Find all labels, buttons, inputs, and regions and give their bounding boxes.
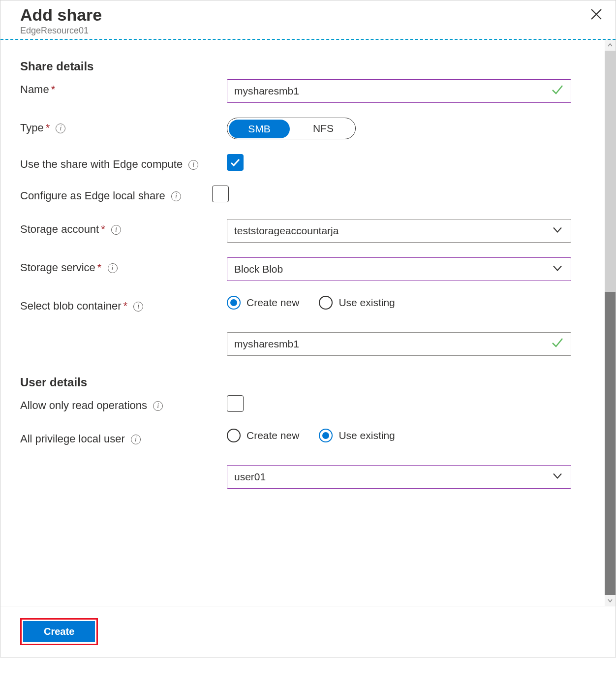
- info-icon[interactable]: i: [111, 225, 121, 235]
- resource-name: EdgeResource01: [20, 26, 596, 36]
- edge-compute-label: Use the share with Edge compute i: [20, 154, 227, 171]
- info-icon[interactable]: i: [108, 263, 118, 273]
- name-label: Name*: [20, 79, 227, 96]
- blob-container-radio-group: Create new Use existing: [227, 296, 571, 310]
- scrollbar[interactable]: [605, 40, 616, 606]
- edge-local-checkbox[interactable]: [212, 186, 229, 202]
- blob-container-name-input[interactable]: [227, 332, 571, 356]
- read-only-checkbox[interactable]: [227, 395, 244, 412]
- name-input[interactable]: [227, 79, 571, 103]
- storage-account-value: teststorageaccountarja: [234, 225, 339, 237]
- edge-local-label: Configure as Edge local share i: [20, 186, 227, 202]
- local-user-label: All privilege local user i: [20, 429, 227, 445]
- required-asterisk: *: [123, 300, 127, 312]
- chevron-down-icon: [552, 263, 563, 276]
- required-asterisk: *: [97, 261, 102, 274]
- radio-label: Use existing: [339, 430, 395, 441]
- storage-service-value: Block Blob: [234, 263, 283, 275]
- required-asterisk: *: [46, 122, 50, 134]
- local-user-create-new[interactable]: Create new: [227, 429, 299, 442]
- storage-service-label: Storage service* i: [20, 257, 227, 274]
- blob-container-label: Select blob container* i: [20, 296, 227, 313]
- required-asterisk: *: [101, 223, 105, 235]
- scrollbar-thumb[interactable]: [605, 292, 616, 595]
- blob-container-create-new[interactable]: Create new: [227, 296, 299, 310]
- scroll-up-icon[interactable]: [605, 40, 616, 51]
- local-user-dropdown[interactable]: user01: [227, 465, 571, 489]
- edge-compute-checkbox[interactable]: [227, 154, 244, 171]
- type-option-nfs[interactable]: NFS: [291, 118, 355, 139]
- info-icon[interactable]: i: [131, 435, 141, 444]
- check-icon: [551, 83, 564, 99]
- local-user-use-existing[interactable]: Use existing: [319, 429, 395, 442]
- type-option-smb[interactable]: SMB: [229, 120, 290, 138]
- info-icon[interactable]: i: [56, 124, 65, 133]
- chevron-down-icon: [552, 224, 563, 238]
- blob-container-use-existing[interactable]: Use existing: [319, 296, 395, 310]
- user-details-heading: User details: [20, 375, 586, 389]
- chevron-down-icon: [552, 470, 563, 484]
- add-share-panel: Add share EdgeResource01 Share details N…: [0, 0, 616, 657]
- scroll-down-icon[interactable]: [605, 595, 616, 606]
- scrollbar-track-upper[interactable]: [605, 51, 616, 292]
- share-details-heading: Share details: [20, 60, 586, 73]
- info-icon[interactable]: i: [133, 302, 143, 312]
- type-toggle[interactable]: SMB NFS: [227, 118, 356, 139]
- close-icon[interactable]: [590, 7, 603, 23]
- info-icon[interactable]: i: [171, 191, 181, 201]
- type-label: Type* i: [20, 118, 227, 134]
- required-asterisk: *: [51, 83, 56, 95]
- local-user-radio-group: Create new Use existing: [227, 429, 571, 442]
- storage-service-dropdown[interactable]: Block Blob: [227, 257, 571, 281]
- radio-label: Use existing: [339, 297, 395, 309]
- panel-header: Add share EdgeResource01: [0, 0, 616, 40]
- local-user-value: user01: [234, 471, 266, 483]
- create-button-highlight: Create: [20, 618, 98, 645]
- check-icon: [551, 336, 564, 352]
- info-icon[interactable]: i: [153, 401, 163, 411]
- form-content: Share details Name* Ty: [0, 40, 606, 513]
- read-only-label: Allow only read operations i: [20, 395, 227, 412]
- create-button[interactable]: Create: [23, 621, 95, 642]
- panel-footer: Create: [0, 606, 616, 657]
- panel-title: Add share: [20, 5, 596, 25]
- storage-account-label: Storage account* i: [20, 219, 227, 236]
- radio-label: Create new: [246, 297, 299, 309]
- info-icon[interactable]: i: [188, 160, 198, 170]
- radio-label: Create new: [246, 430, 299, 441]
- storage-account-dropdown[interactable]: teststorageaccountarja: [227, 219, 571, 243]
